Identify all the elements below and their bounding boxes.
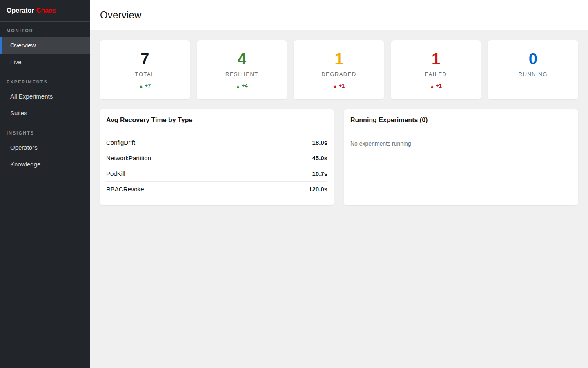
nav-section-label-insights: INSIGHTS	[0, 121, 90, 139]
recovery-time: 45.0s	[312, 155, 327, 162]
stat-value-resilient: 4	[197, 50, 287, 68]
stat-delta-degraded: ▲+1	[294, 83, 384, 89]
recovery-type: PodKill	[106, 170, 125, 177]
recovery-time: 120.0s	[309, 186, 327, 193]
nav-section-label-monitor: MONITOR	[0, 22, 90, 37]
stat-label-resilient: RESILIENT	[197, 71, 287, 77]
stat-value-running: 0	[488, 50, 578, 68]
trend-up-icon: ▲	[139, 84, 143, 88]
nav-section-insights: INSIGHTS Operators Knowledge	[0, 121, 90, 173]
table-row: RBACRevoke 120.0s	[106, 182, 327, 197]
stat-delta-failed: ▲+1	[391, 83, 481, 89]
stat-delta-value: +1	[339, 83, 345, 89]
stat-value-failed: 1	[391, 50, 481, 68]
table-row: PodKill 10.7s	[106, 166, 327, 182]
brand-name: Operator	[7, 7, 34, 14]
trend-up-icon: ▲	[430, 84, 434, 88]
stat-card-resilient: 4 RESILIENT ▲+4	[197, 40, 287, 99]
recovery-type: RBACRevoke	[106, 186, 144, 193]
page-title: Overview	[100, 9, 142, 21]
stat-delta-value: +1	[436, 83, 442, 89]
recovery-time: 10.7s	[312, 170, 327, 177]
stat-delta-resilient: ▲+4	[197, 83, 287, 89]
sidebar-nav: MONITOR Overview Live EXPERIMENTS All Ex…	[0, 22, 90, 173]
running-experiments-panel: Running Experiments (0) No experiments r…	[344, 109, 578, 205]
stat-card-failed: 1 FAILED ▲+1	[391, 40, 481, 99]
stat-card-running: 0 RUNNING	[488, 40, 578, 99]
stat-card-total: 7 TOTAL ▲+7	[100, 40, 190, 99]
recovery-panel-body: ConfigDrift 18.0s NetworkPartition 45.0s…	[100, 131, 334, 203]
stat-value-degraded: 1	[294, 50, 384, 68]
brand-accent: Chaos	[36, 7, 56, 14]
stat-card-degraded: 1 DEGRADED ▲+1	[294, 40, 384, 99]
stat-label-running: RUNNING	[488, 71, 578, 77]
sidebar-item-overview[interactable]: Overview	[0, 37, 90, 54]
stat-label-total: TOTAL	[100, 71, 190, 77]
stat-delta-total: ▲+7	[100, 83, 190, 89]
recovery-type: NetworkPartition	[106, 155, 151, 162]
sidebar-item-all-experiments[interactable]: All Experiments	[0, 88, 90, 105]
panels-row: Avg Recovery Time by Type ConfigDrift 18…	[100, 109, 578, 205]
empty-state-message: No experiments running	[350, 135, 572, 147]
table-row: NetworkPartition 45.0s	[106, 150, 327, 166]
trend-up-icon: ▲	[333, 84, 337, 88]
content-area: 7 TOTAL ▲+7 4 RESILIENT ▲+4 1 DEGRADED ▲…	[90, 30, 588, 368]
stat-label-failed: FAILED	[391, 71, 481, 77]
recovery-panel-title: Avg Recovery Time by Type	[100, 109, 334, 131]
stat-delta-value: +7	[145, 83, 151, 89]
recovery-type: ConfigDrift	[106, 139, 135, 146]
stats-row: 7 TOTAL ▲+7 4 RESILIENT ▲+4 1 DEGRADED ▲…	[100, 40, 578, 99]
sidebar-item-live[interactable]: Live	[0, 54, 90, 70]
table-row: ConfigDrift 18.0s	[106, 135, 327, 150]
running-panel-body: No experiments running	[344, 131, 578, 153]
sidebar-item-knowledge[interactable]: Knowledge	[0, 156, 90, 173]
main-area: Overview 7 TOTAL ▲+7 4 RESILIENT ▲+4 1 D	[90, 0, 588, 368]
nav-section-monitor: MONITOR Overview Live	[0, 22, 90, 70]
stat-label-degraded: DEGRADED	[294, 71, 384, 77]
brand-logo[interactable]: Operator Chaos	[0, 0, 90, 22]
nav-section-label-experiments: EXPERIMENTS	[0, 70, 90, 88]
trend-up-icon: ▲	[236, 84, 240, 88]
nav-section-experiments: EXPERIMENTS All Experiments Suites	[0, 70, 90, 121]
sidebar-item-operators[interactable]: Operators	[0, 139, 90, 156]
recovery-time-panel: Avg Recovery Time by Type ConfigDrift 18…	[100, 109, 334, 205]
stat-value-total: 7	[100, 50, 190, 68]
sidebar: Operator Chaos MONITOR Overview Live EXP…	[0, 0, 90, 368]
recovery-time: 18.0s	[312, 139, 327, 146]
sidebar-item-suites[interactable]: Suites	[0, 105, 90, 121]
running-panel-title: Running Experiments (0)	[344, 109, 578, 131]
stat-delta-value: +4	[242, 83, 248, 89]
page-header: Overview	[90, 0, 588, 30]
